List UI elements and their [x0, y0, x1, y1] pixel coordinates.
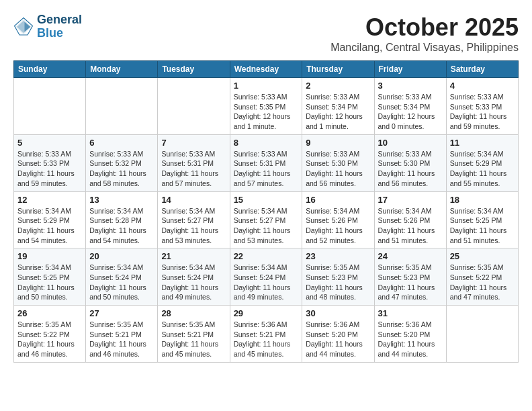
day-info: Sunrise: 5:34 AM Sunset: 5:24 PM Dayligh… — [234, 263, 299, 302]
weekday-wednesday: Wednesday — [230, 61, 302, 78]
day-info: Sunrise: 5:35 AM Sunset: 5:21 PM Dayligh… — [161, 320, 226, 359]
day-cell: 14Sunrise: 5:34 AM Sunset: 5:27 PM Dayli… — [158, 191, 230, 248]
day-info: Sunrise: 5:33 AM Sunset: 5:30 PM Dayligh… — [306, 149, 370, 189]
day-cell: 11Sunrise: 5:34 AM Sunset: 5:29 PM Dayli… — [446, 134, 518, 191]
day-number: 15 — [234, 195, 299, 205]
weekday-monday: Monday — [86, 61, 158, 78]
day-cell — [14, 78, 86, 135]
day-info: Sunrise: 5:34 AM Sunset: 5:24 PM Dayligh… — [89, 263, 154, 302]
day-cell: 21Sunrise: 5:34 AM Sunset: 5:24 PM Dayli… — [158, 248, 230, 306]
day-cell: 9Sunrise: 5:33 AM Sunset: 5:30 PM Daylig… — [302, 134, 374, 191]
day-cell: 31Sunrise: 5:36 AM Sunset: 5:20 PM Dayli… — [374, 306, 446, 363]
day-cell — [446, 306, 518, 363]
weekday-friday: Friday — [374, 61, 446, 78]
day-info: Sunrise: 5:33 AM Sunset: 5:30 PM Dayligh… — [378, 149, 443, 189]
day-info: Sunrise: 5:34 AM Sunset: 5:25 PM Dayligh… — [450, 206, 515, 246]
day-cell: 13Sunrise: 5:34 AM Sunset: 5:28 PM Dayli… — [86, 191, 158, 248]
day-cell: 7Sunrise: 5:33 AM Sunset: 5:31 PM Daylig… — [158, 134, 230, 191]
day-cell: 27Sunrise: 5:35 AM Sunset: 5:21 PM Dayli… — [86, 306, 158, 363]
day-cell: 6Sunrise: 5:33 AM Sunset: 5:32 PM Daylig… — [86, 134, 158, 191]
day-info: Sunrise: 5:34 AM Sunset: 5:29 PM Dayligh… — [450, 149, 515, 189]
day-number: 9 — [306, 138, 370, 148]
day-number: 19 — [17, 251, 82, 261]
day-info: Sunrise: 5:33 AM Sunset: 5:34 PM Dayligh… — [378, 92, 443, 132]
day-info: Sunrise: 5:34 AM Sunset: 5:27 PM Dayligh… — [161, 206, 226, 246]
weekday-tuesday: Tuesday — [158, 61, 230, 78]
day-number: 31 — [378, 308, 443, 318]
day-number: 13 — [89, 195, 154, 205]
day-info: Sunrise: 5:36 AM Sunset: 5:20 PM Dayligh… — [378, 320, 443, 359]
day-cell: 28Sunrise: 5:35 AM Sunset: 5:21 PM Dayli… — [158, 306, 230, 363]
day-cell: 19Sunrise: 5:34 AM Sunset: 5:25 PM Dayli… — [14, 248, 86, 306]
day-cell: 12Sunrise: 5:34 AM Sunset: 5:29 PM Dayli… — [14, 191, 86, 248]
day-number: 28 — [161, 308, 226, 318]
day-info: Sunrise: 5:35 AM Sunset: 5:22 PM Dayligh… — [450, 263, 515, 302]
day-info: Sunrise: 5:34 AM Sunset: 5:28 PM Dayligh… — [89, 206, 154, 246]
day-cell: 23Sunrise: 5:35 AM Sunset: 5:23 PM Dayli… — [302, 248, 374, 306]
day-info: Sunrise: 5:34 AM Sunset: 5:25 PM Dayligh… — [17, 263, 82, 302]
day-number: 3 — [378, 81, 443, 91]
day-cell: 17Sunrise: 5:34 AM Sunset: 5:26 PM Dayli… — [374, 191, 446, 248]
day-info: Sunrise: 5:33 AM Sunset: 5:31 PM Dayligh… — [234, 149, 299, 189]
week-row-5: 26Sunrise: 5:35 AM Sunset: 5:22 PM Dayli… — [14, 306, 519, 363]
week-row-2: 5Sunrise: 5:33 AM Sunset: 5:33 PM Daylig… — [14, 134, 519, 191]
day-info: Sunrise: 5:33 AM Sunset: 5:34 PM Dayligh… — [306, 92, 370, 132]
day-info: Sunrise: 5:34 AM Sunset: 5:29 PM Dayligh… — [17, 206, 82, 246]
logo-text: General Blue — [37, 13, 82, 40]
day-number: 22 — [234, 251, 299, 261]
day-number: 17 — [378, 195, 443, 205]
day-number: 2 — [306, 81, 370, 91]
day-number: 5 — [17, 138, 82, 148]
day-cell: 1Sunrise: 5:33 AM Sunset: 5:35 PM Daylig… — [230, 78, 302, 135]
title-block: October 2025 Mancilang, Central Visayas,… — [330, 13, 519, 54]
weekday-header-row: SundayMondayTuesdayWednesdayThursdayFrid… — [14, 61, 519, 78]
day-cell: 20Sunrise: 5:34 AM Sunset: 5:24 PM Dayli… — [86, 248, 158, 306]
day-number: 12 — [17, 195, 82, 205]
day-cell: 22Sunrise: 5:34 AM Sunset: 5:24 PM Dayli… — [230, 248, 302, 306]
day-info: Sunrise: 5:33 AM Sunset: 5:32 PM Dayligh… — [89, 149, 154, 189]
day-number: 4 — [450, 81, 515, 91]
day-number: 8 — [234, 138, 299, 148]
day-info: Sunrise: 5:33 AM Sunset: 5:35 PM Dayligh… — [234, 92, 299, 132]
day-number: 20 — [89, 251, 154, 261]
day-info: Sunrise: 5:35 AM Sunset: 5:23 PM Dayligh… — [306, 263, 370, 302]
location-title: Mancilang, Central Visayas, Philippines — [330, 42, 519, 54]
day-number: 18 — [450, 195, 515, 205]
weekday-thursday: Thursday — [302, 61, 374, 78]
day-cell: 24Sunrise: 5:35 AM Sunset: 5:23 PM Dayli… — [374, 248, 446, 306]
day-info: Sunrise: 5:36 AM Sunset: 5:21 PM Dayligh… — [234, 320, 299, 359]
day-info: Sunrise: 5:35 AM Sunset: 5:22 PM Dayligh… — [17, 320, 82, 359]
day-number: 25 — [450, 251, 515, 261]
day-number: 26 — [17, 308, 82, 318]
day-number: 1 — [234, 81, 299, 91]
day-info: Sunrise: 5:35 AM Sunset: 5:23 PM Dayligh… — [378, 263, 443, 302]
day-cell: 25Sunrise: 5:35 AM Sunset: 5:22 PM Dayli… — [446, 248, 518, 306]
calendar-table: SundayMondayTuesdayWednesdayThursdayFrid… — [13, 60, 519, 363]
day-info: Sunrise: 5:33 AM Sunset: 5:33 PM Dayligh… — [17, 149, 82, 189]
day-cell: 8Sunrise: 5:33 AM Sunset: 5:31 PM Daylig… — [230, 134, 302, 191]
calendar-body: 1Sunrise: 5:33 AM Sunset: 5:35 PM Daylig… — [14, 78, 519, 363]
week-row-4: 19Sunrise: 5:34 AM Sunset: 5:25 PM Dayli… — [14, 248, 519, 306]
day-info: Sunrise: 5:36 AM Sunset: 5:20 PM Dayligh… — [306, 320, 370, 359]
day-cell: 16Sunrise: 5:34 AM Sunset: 5:26 PM Dayli… — [302, 191, 374, 248]
day-number: 14 — [161, 195, 226, 205]
day-cell — [158, 78, 230, 135]
day-number: 7 — [161, 138, 226, 148]
day-cell: 4Sunrise: 5:33 AM Sunset: 5:33 PM Daylig… — [446, 78, 518, 135]
logo-icon — [13, 17, 34, 37]
day-number: 16 — [306, 195, 370, 205]
day-number: 10 — [378, 138, 443, 148]
day-info: Sunrise: 5:34 AM Sunset: 5:24 PM Dayligh… — [161, 263, 226, 302]
day-info: Sunrise: 5:35 AM Sunset: 5:21 PM Dayligh… — [89, 320, 154, 359]
day-number: 21 — [161, 251, 226, 261]
logo: General Blue — [13, 13, 82, 40]
day-cell: 3Sunrise: 5:33 AM Sunset: 5:34 PM Daylig… — [374, 78, 446, 135]
day-cell: 30Sunrise: 5:36 AM Sunset: 5:20 PM Dayli… — [302, 306, 374, 363]
day-number: 27 — [89, 308, 154, 318]
day-cell — [86, 78, 158, 135]
day-cell: 29Sunrise: 5:36 AM Sunset: 5:21 PM Dayli… — [230, 306, 302, 363]
weekday-sunday: Sunday — [14, 61, 86, 78]
day-number: 24 — [378, 251, 443, 261]
day-cell: 26Sunrise: 5:35 AM Sunset: 5:22 PM Dayli… — [14, 306, 86, 363]
day-number: 29 — [234, 308, 299, 318]
